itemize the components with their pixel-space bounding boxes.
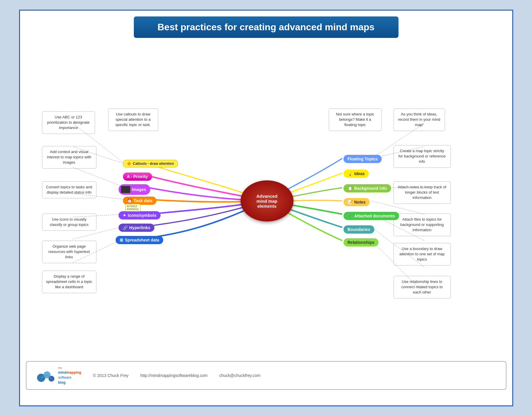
desc-floating: Not sure where a topic belongs? Make it … <box>329 108 382 131</box>
footer-copyright: © 2013 Chuck Frey <box>93 373 129 378</box>
notes-icon: 📝 <box>348 200 353 204</box>
page-title: Best practices for creating advanced min… <box>146 22 387 33</box>
topic-ideas: 💡 Ideas <box>343 170 369 178</box>
task-dates: 6/7/2012 6/25/2012 <box>125 204 141 212</box>
logo-mind: mindmapping <box>58 370 81 375</box>
callout-icon: 🔶 <box>127 162 131 166</box>
topic-hyperlinks: 🔗 Hyperlinks <box>119 224 155 232</box>
topic-taskdata: ⏰ Task data <box>123 197 157 205</box>
logo-software: software <box>58 375 81 380</box>
logo-svg <box>35 368 56 384</box>
desc-spreadsheet: Display a range of spreadsheet cells in … <box>42 271 96 293</box>
attacheddocs-icon: 📎 <box>348 214 353 218</box>
topic-attacheddocs: 📎 Attached documents <box>343 212 399 220</box>
images-icon <box>121 186 130 193</box>
desc-prioritization: Use ABC or 123 prioritization to designa… <box>42 111 95 134</box>
spreadsheet-icon: ⊞ <box>120 238 123 242</box>
footer-email: chuck@chuckfrey.com <box>219 373 261 378</box>
topic-priority: A - Priority <box>123 172 152 181</box>
desc-callouts: Use callouts to draw special attention t… <box>108 108 158 131</box>
desc-hyperlinks: Organize web page resources with hyperte… <box>42 241 96 263</box>
center-node: Advanced mind map elements <box>241 180 293 222</box>
desc-icons: Use icons to visually classify or group … <box>42 214 96 231</box>
center-line3: elements <box>256 204 278 209</box>
topic-images: Images <box>119 184 150 195</box>
center-line1: Advanced <box>256 194 278 199</box>
topic-bginfo: 📋 Background info <box>343 184 391 192</box>
topic-callout: 🔶 Callouts - draw attention <box>123 160 178 167</box>
logo-blog: blog <box>58 380 81 385</box>
footer: the mindmapping software blog © 2013 Chu… <box>26 361 506 390</box>
topic-icons: ✦ Icons/symbols <box>119 211 161 219</box>
desc-images: Add context and visual interest to map t… <box>42 146 96 169</box>
desc-relationships: Use relationship lines to connect relate… <box>393 276 451 298</box>
topic-boundaries: Boundaries <box>343 225 374 234</box>
footer-logo: the mindmapping software blog <box>35 366 81 385</box>
title-bar: Best practices for creating advanced min… <box>134 16 398 38</box>
desc-ideas: As you think of ideas, record them in yo… <box>393 108 445 131</box>
ideas-icon: 💡 <box>348 171 353 176</box>
bginfo-icon: 📋 <box>348 186 353 191</box>
topic-notes: 📝 Notes <box>343 198 370 206</box>
desc-tasks: Convert topics to tasks and display deta… <box>42 181 96 198</box>
taskdata-icon: ⏰ <box>127 198 132 203</box>
priority-label: A - Priority <box>127 174 148 179</box>
main-frame: Best practices for creating advanced min… <box>19 10 513 406</box>
desc-notes: Attach notes to keep track of longer blo… <box>393 181 451 204</box>
topic-spreadsheet: ⊞ Spreadsheet data <box>116 236 164 244</box>
mind-map-area: Advanced mind map elements 🔶 Callouts - … <box>26 47 506 355</box>
icons-icon: ✦ <box>123 213 126 218</box>
topic-relationships: Relationships <box>343 238 379 246</box>
hyperlinks-icon: 🔗 <box>123 225 128 230</box>
desc-attacheddocs: Attach files to topics for background or… <box>393 214 451 236</box>
topic-floating: Floating Topics <box>343 155 382 163</box>
center-line2: mind map <box>256 199 278 204</box>
footer-website: http://mindmappingsoftwareblog.com <box>140 373 208 378</box>
desc-boundaries: Use a boundary to draw attention to one … <box>393 243 451 266</box>
desc-bginfo: Create a map topic strictly for backgrou… <box>393 145 451 168</box>
logo-the: the <box>58 366 81 370</box>
